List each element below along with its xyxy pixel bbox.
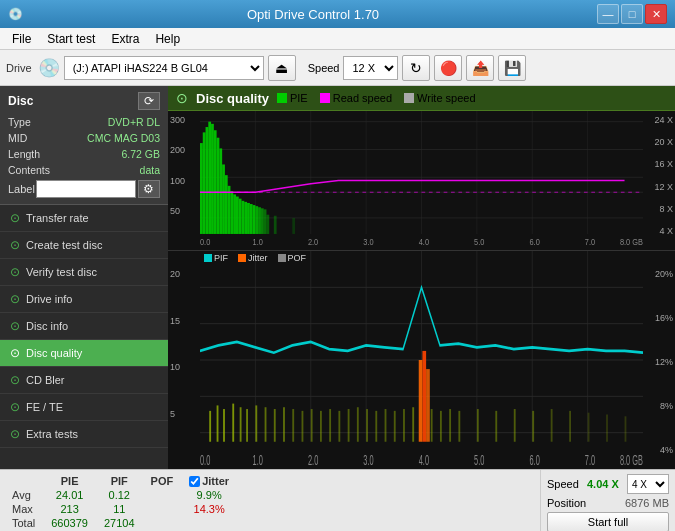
sidebar-item-fe-te[interactable]: ⊙ FE / TE bbox=[0, 394, 168, 421]
maximize-button[interactable]: □ bbox=[621, 4, 643, 24]
titlebar: 💿 Opti Drive Control 1.70 — □ ✕ bbox=[0, 0, 675, 28]
speed-label: Speed bbox=[308, 62, 340, 74]
legend-pof-label: POF bbox=[288, 253, 307, 263]
app-icon: 💿 bbox=[8, 7, 23, 21]
contents-label: Contents bbox=[8, 162, 50, 178]
y-right-8x: 8 X bbox=[643, 204, 673, 214]
bottom-legend: PIF Jitter POF bbox=[204, 253, 306, 263]
row-total-jitter bbox=[185, 516, 241, 530]
sidebar-item-verify-test-disc[interactable]: ⊙ Verify test disc bbox=[0, 259, 168, 286]
svg-rect-29 bbox=[247, 203, 250, 234]
minimize-button[interactable]: — bbox=[597, 4, 619, 24]
label-settings-button[interactable]: ⚙ bbox=[138, 180, 160, 198]
disc-panel: Disc ⟳ Type DVD+R DL MID CMC MAG D03 Len… bbox=[0, 86, 168, 205]
disc-info-icon: ⊙ bbox=[10, 319, 20, 333]
row-max-pie: 213 bbox=[47, 502, 100, 516]
y-right-8pct: 8% bbox=[643, 401, 673, 411]
bottom-chart-svg: 0.0 1.0 2.0 3.0 4.0 5.0 6.0 7.0 8.0 GB bbox=[200, 251, 643, 469]
svg-rect-66 bbox=[223, 409, 225, 442]
menu-file[interactable]: File bbox=[4, 30, 39, 48]
speed-value: 4.04 X bbox=[587, 478, 619, 490]
svg-text:4.0: 4.0 bbox=[419, 237, 430, 247]
svg-rect-91 bbox=[458, 411, 460, 442]
svg-rect-71 bbox=[265, 407, 267, 442]
disc-settings-button[interactable]: ⟳ bbox=[138, 92, 160, 110]
y-200: 200 bbox=[170, 145, 200, 155]
legend-write-speed-label: Write speed bbox=[417, 92, 476, 104]
svg-rect-64 bbox=[209, 411, 211, 442]
type-value: DVD+R DL bbox=[108, 114, 160, 130]
svg-rect-95 bbox=[532, 411, 534, 442]
svg-rect-73 bbox=[283, 407, 285, 442]
svg-text:2.0: 2.0 bbox=[308, 453, 318, 468]
close-button[interactable]: ✕ bbox=[645, 4, 667, 24]
y-right-12x: 12 X bbox=[643, 182, 673, 192]
svg-rect-62 bbox=[422, 351, 426, 442]
svg-rect-69 bbox=[246, 409, 248, 442]
drive-icon: 💿 bbox=[38, 57, 60, 79]
sidebar-item-label: Transfer rate bbox=[26, 212, 89, 224]
y-axis-left: 300 200 100 50 bbox=[168, 111, 200, 250]
menu-help[interactable]: Help bbox=[147, 30, 188, 48]
speed-row: Speed 4.04 X 4 X bbox=[547, 474, 669, 494]
svg-text:6.0: 6.0 bbox=[529, 237, 540, 247]
erase-button[interactable]: 🔴 bbox=[434, 55, 462, 81]
speed-select[interactable]: 12 X bbox=[343, 56, 398, 80]
row-max-jitter: 14.3% bbox=[185, 502, 241, 516]
y-right-20pct: 20% bbox=[643, 269, 673, 279]
svg-text:3.0: 3.0 bbox=[363, 453, 373, 468]
label-input[interactable] bbox=[36, 180, 136, 198]
menu-start-test[interactable]: Start test bbox=[39, 30, 103, 48]
svg-rect-81 bbox=[357, 407, 359, 442]
sidebar-item-create-test-disc[interactable]: ⊙ Create test disc bbox=[0, 232, 168, 259]
svg-text:8.0 GB: 8.0 GB bbox=[620, 453, 643, 468]
eject-button[interactable]: ⏏ bbox=[268, 55, 296, 81]
sidebar-item-extra-tests[interactable]: ⊙ Extra tests bbox=[0, 421, 168, 448]
disc-quality-icon: ⊙ bbox=[10, 346, 20, 360]
svg-rect-30 bbox=[250, 204, 253, 234]
sidebar-item-label: CD Bler bbox=[26, 374, 65, 386]
svg-rect-36 bbox=[266, 215, 269, 234]
svg-rect-25 bbox=[236, 197, 239, 234]
svg-rect-33 bbox=[258, 207, 261, 234]
start-full-button[interactable]: Start full bbox=[547, 512, 669, 531]
svg-rect-28 bbox=[244, 202, 247, 234]
drive-label: Drive bbox=[6, 62, 32, 74]
chart-legend: PIE Read speed Write speed bbox=[277, 92, 476, 104]
disc-quality-icon-header: ⊙ bbox=[176, 90, 188, 106]
svg-rect-88 bbox=[431, 409, 433, 442]
sidebar-item-disc-quality[interactable]: ⊙ Disc quality bbox=[0, 340, 168, 367]
toolbar: Drive 💿 (J:) ATAPI iHAS224 B GL04 ⏏ Spee… bbox=[0, 50, 675, 86]
menu-extra[interactable]: Extra bbox=[103, 30, 147, 48]
legend-pie: PIE bbox=[277, 92, 308, 104]
sidebar-item-label: Drive info bbox=[26, 293, 72, 305]
y-right-24x: 24 X bbox=[643, 115, 673, 125]
speed-dropdown[interactable]: 4 X bbox=[627, 474, 669, 494]
sidebar-item-cd-bler[interactable]: ⊙ CD Bler bbox=[0, 367, 168, 394]
y-right-16pct: 16% bbox=[643, 313, 673, 323]
row-max-pif: 11 bbox=[100, 502, 147, 516]
length-value: 6.72 GB bbox=[121, 146, 160, 162]
row-avg-label: Avg bbox=[8, 488, 47, 502]
save-button[interactable]: 💾 bbox=[498, 55, 526, 81]
svg-rect-34 bbox=[261, 208, 264, 234]
sidebar-item-label: Disc info bbox=[26, 320, 68, 332]
legend-pof: POF bbox=[278, 253, 307, 263]
svg-rect-84 bbox=[385, 409, 387, 442]
rip-button[interactable]: 📤 bbox=[466, 55, 494, 81]
pif-color bbox=[204, 254, 212, 262]
col-header-pif: PIF bbox=[100, 474, 147, 488]
svg-text:5.0: 5.0 bbox=[474, 237, 485, 247]
svg-rect-70 bbox=[255, 405, 257, 441]
drive-select[interactable]: (J:) ATAPI iHAS224 B GL04 bbox=[64, 56, 264, 80]
svg-rect-37 bbox=[274, 216, 277, 234]
svg-rect-20 bbox=[222, 164, 225, 234]
type-label: Type bbox=[8, 114, 31, 130]
svg-rect-67 bbox=[232, 404, 234, 442]
sidebar-item-drive-info[interactable]: ⊙ Drive info bbox=[0, 286, 168, 313]
jitter-checkbox[interactable] bbox=[189, 476, 200, 487]
svg-text:6.0: 6.0 bbox=[529, 453, 539, 468]
sidebar-item-disc-info[interactable]: ⊙ Disc info bbox=[0, 313, 168, 340]
refresh-button[interactable]: ↻ bbox=[402, 55, 430, 81]
sidebar-item-transfer-rate[interactable]: ⊙ Transfer rate bbox=[0, 205, 168, 232]
